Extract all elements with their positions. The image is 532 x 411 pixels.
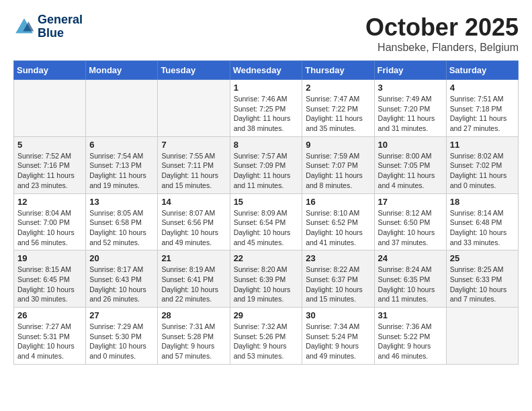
day-number: 22 <box>234 253 299 263</box>
calendar-cell: 17Sunrise: 8:12 AM Sunset: 6:50 PM Dayli… <box>374 193 446 250</box>
day-number: 26 <box>17 310 82 320</box>
day-info: Sunrise: 8:22 AM Sunset: 6:37 PM Dayligh… <box>306 265 370 304</box>
day-number: 13 <box>89 197 154 207</box>
day-number: 7 <box>161 140 226 150</box>
day-info: Sunrise: 8:19 AM Sunset: 6:41 PM Dayligh… <box>161 265 226 304</box>
day-number: 9 <box>306 140 370 150</box>
day-number: 8 <box>234 140 299 150</box>
calendar-cell: 9Sunrise: 7:59 AM Sunset: 7:07 PM Daylig… <box>302 136 374 193</box>
day-info: Sunrise: 7:32 AM Sunset: 5:26 PM Dayligh… <box>234 322 299 361</box>
calendar-cell: 5Sunrise: 7:52 AM Sunset: 7:16 PM Daylig… <box>14 136 86 193</box>
day-info: Sunrise: 7:31 AM Sunset: 5:28 PM Dayligh… <box>161 322 226 361</box>
day-info: Sunrise: 8:25 AM Sunset: 6:33 PM Dayligh… <box>450 265 515 304</box>
calendar-cell: 21Sunrise: 8:19 AM Sunset: 6:41 PM Dayli… <box>158 250 230 308</box>
logo-line2: Blue <box>38 26 64 40</box>
calendar-cell: 22Sunrise: 8:20 AM Sunset: 6:39 PM Dayli… <box>230 250 302 308</box>
column-header-sunday: Sunday <box>14 61 86 80</box>
calendar-cell: 24Sunrise: 8:24 AM Sunset: 6:35 PM Dayli… <box>374 250 446 308</box>
day-number: 3 <box>378 83 443 93</box>
day-info: Sunrise: 8:10 AM Sunset: 6:52 PM Dayligh… <box>306 208 370 248</box>
day-info: Sunrise: 8:02 AM Sunset: 7:02 PM Dayligh… <box>450 151 515 191</box>
calendar-week-4: 19Sunrise: 8:15 AM Sunset: 6:45 PM Dayli… <box>14 250 519 308</box>
day-number: 27 <box>89 310 154 320</box>
calendar-cell: 30Sunrise: 7:34 AM Sunset: 5:24 PM Dayli… <box>302 308 374 365</box>
calendar-week-3: 12Sunrise: 8:04 AM Sunset: 7:00 PM Dayli… <box>14 193 519 250</box>
logo-icon <box>13 16 35 38</box>
calendar-cell: 1Sunrise: 7:46 AM Sunset: 7:25 PM Daylig… <box>230 80 302 137</box>
day-number: 11 <box>450 140 515 150</box>
column-header-tuesday: Tuesday <box>158 61 230 80</box>
day-number: 16 <box>306 197 370 207</box>
day-info: Sunrise: 8:07 AM Sunset: 6:56 PM Dayligh… <box>161 208 226 248</box>
logo: General Blue <box>13 13 83 40</box>
day-number: 1 <box>234 83 299 93</box>
day-number: 21 <box>161 253 226 263</box>
calendar-cell: 26Sunrise: 7:27 AM Sunset: 5:31 PM Dayli… <box>14 308 86 365</box>
column-header-friday: Friday <box>374 61 446 80</box>
day-info: Sunrise: 7:34 AM Sunset: 5:24 PM Dayligh… <box>306 322 370 361</box>
calendar-week-5: 26Sunrise: 7:27 AM Sunset: 5:31 PM Dayli… <box>14 308 519 365</box>
calendar-cell <box>14 80 86 137</box>
day-info: Sunrise: 8:17 AM Sunset: 6:43 PM Dayligh… <box>89 265 154 304</box>
calendar-cell: 27Sunrise: 7:29 AM Sunset: 5:30 PM Dayli… <box>86 308 158 365</box>
day-number: 23 <box>306 253 370 263</box>
day-info: Sunrise: 8:05 AM Sunset: 6:58 PM Dayligh… <box>89 208 154 248</box>
column-header-saturday: Saturday <box>446 61 518 80</box>
calendar-cell: 10Sunrise: 8:00 AM Sunset: 7:05 PM Dayli… <box>374 136 446 193</box>
day-info: Sunrise: 7:59 AM Sunset: 7:07 PM Dayligh… <box>306 151 370 191</box>
location: Hansbeke, Flanders, Belgium <box>365 42 519 54</box>
day-info: Sunrise: 8:20 AM Sunset: 6:39 PM Dayligh… <box>234 265 299 304</box>
calendar-cell: 31Sunrise: 7:36 AM Sunset: 5:22 PM Dayli… <box>374 308 446 365</box>
calendar-cell <box>446 308 518 365</box>
day-number: 12 <box>17 197 82 207</box>
day-number: 20 <box>89 253 154 263</box>
calendar-cell: 3Sunrise: 7:49 AM Sunset: 7:20 PM Daylig… <box>374 80 446 137</box>
calendar-cell: 12Sunrise: 8:04 AM Sunset: 7:00 PM Dayli… <box>14 193 86 250</box>
calendar-cell: 15Sunrise: 8:09 AM Sunset: 6:54 PM Dayli… <box>230 193 302 250</box>
day-number: 4 <box>450 83 515 93</box>
calendar-cell: 2Sunrise: 7:47 AM Sunset: 7:22 PM Daylig… <box>302 80 374 137</box>
calendar-cell <box>158 80 230 137</box>
calendar-cell: 11Sunrise: 8:02 AM Sunset: 7:02 PM Dayli… <box>446 136 518 193</box>
month-title: October 2025 <box>365 13 519 42</box>
day-info: Sunrise: 8:12 AM Sunset: 6:50 PM Dayligh… <box>378 208 443 248</box>
day-info: Sunrise: 7:47 AM Sunset: 7:22 PM Dayligh… <box>306 94 370 134</box>
day-number: 6 <box>89 140 154 150</box>
day-info: Sunrise: 7:51 AM Sunset: 7:18 PM Dayligh… <box>450 94 515 134</box>
day-info: Sunrise: 8:14 AM Sunset: 6:48 PM Dayligh… <box>450 208 515 248</box>
day-info: Sunrise: 7:27 AM Sunset: 5:31 PM Dayligh… <box>17 322 82 361</box>
logo-line1: General <box>38 13 83 26</box>
calendar-week-1: 1Sunrise: 7:46 AM Sunset: 7:25 PM Daylig… <box>14 80 519 137</box>
page-header: General Blue October 2025 Hansbeke, Flan… <box>13 13 519 54</box>
calendar-cell: 16Sunrise: 8:10 AM Sunset: 6:52 PM Dayli… <box>302 193 374 250</box>
day-number: 25 <box>450 253 515 263</box>
day-number: 15 <box>234 197 299 207</box>
calendar-cell: 6Sunrise: 7:54 AM Sunset: 7:13 PM Daylig… <box>86 136 158 193</box>
column-header-thursday: Thursday <box>302 61 374 80</box>
day-info: Sunrise: 7:29 AM Sunset: 5:30 PM Dayligh… <box>89 322 154 361</box>
day-number: 30 <box>306 310 370 320</box>
day-info: Sunrise: 7:49 AM Sunset: 7:20 PM Dayligh… <box>378 94 443 134</box>
calendar-cell: 14Sunrise: 8:07 AM Sunset: 6:56 PM Dayli… <box>158 193 230 250</box>
day-info: Sunrise: 7:46 AM Sunset: 7:25 PM Dayligh… <box>234 94 299 134</box>
day-number: 2 <box>306 83 370 93</box>
day-info: Sunrise: 8:15 AM Sunset: 6:45 PM Dayligh… <box>17 265 82 304</box>
day-number: 31 <box>378 310 443 320</box>
day-info: Sunrise: 8:04 AM Sunset: 7:00 PM Dayligh… <box>17 208 82 248</box>
calendar-cell: 18Sunrise: 8:14 AM Sunset: 6:48 PM Dayli… <box>446 193 518 250</box>
column-header-monday: Monday <box>86 61 158 80</box>
logo-text: General Blue <box>38 13 83 40</box>
calendar-cell <box>86 80 158 137</box>
column-header-wednesday: Wednesday <box>230 61 302 80</box>
day-number: 29 <box>234 310 299 320</box>
day-number: 24 <box>378 253 443 263</box>
calendar-cell: 19Sunrise: 8:15 AM Sunset: 6:45 PM Dayli… <box>14 250 86 308</box>
day-number: 18 <box>450 197 515 207</box>
day-info: Sunrise: 7:52 AM Sunset: 7:16 PM Dayligh… <box>17 151 82 191</box>
calendar-cell: 13Sunrise: 8:05 AM Sunset: 6:58 PM Dayli… <box>86 193 158 250</box>
calendar-table: SundayMondayTuesdayWednesdayThursdayFrid… <box>13 60 519 365</box>
calendar-cell: 23Sunrise: 8:22 AM Sunset: 6:37 PM Dayli… <box>302 250 374 308</box>
calendar-week-2: 5Sunrise: 7:52 AM Sunset: 7:16 PM Daylig… <box>14 136 519 193</box>
calendar-cell: 4Sunrise: 7:51 AM Sunset: 7:18 PM Daylig… <box>446 80 518 137</box>
day-info: Sunrise: 7:57 AM Sunset: 7:09 PM Dayligh… <box>234 151 299 191</box>
